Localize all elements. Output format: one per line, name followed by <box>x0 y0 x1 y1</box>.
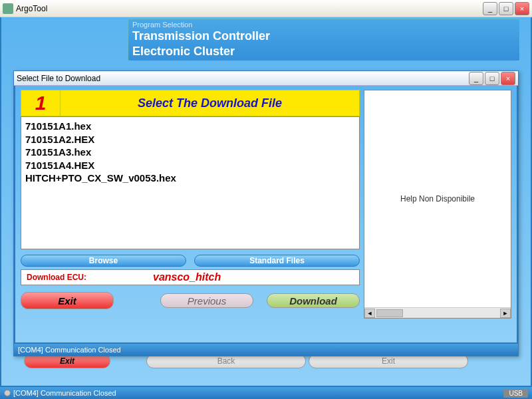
dialog-minimize-button[interactable]: _ <box>469 72 483 85</box>
dialog-body: 1 Select The Download File 710151A1.hex … <box>14 86 518 344</box>
main-titlebar: ArgoTool _ □ × <box>0 0 532 17</box>
app-title: ArgoTool <box>16 4 47 13</box>
dialog-exit-button[interactable]: Exit <box>21 292 114 309</box>
main-statusbar: [COM4] Communication Closed USB <box>0 387 532 399</box>
maximize-button[interactable]: □ <box>499 2 513 15</box>
file-item[interactable]: 710151A1.hex <box>25 120 355 133</box>
ecu-value: vansco_hitch <box>153 271 221 283</box>
download-dialog: Select File to Download _ □ × 1 Select T… <box>13 70 519 356</box>
ecu-row: Download ECU: vansco_hitch <box>21 269 360 285</box>
scroll-thumb[interactable] <box>376 309 403 317</box>
standard-files-button[interactable]: Standard Files <box>194 255 360 267</box>
file-item[interactable]: HITCH+PTO_CX_SW_v0053.hex <box>25 172 355 185</box>
scroll-left-icon[interactable]: ◄ <box>364 309 375 318</box>
program-option[interactable]: Electronic Cluster <box>132 44 515 59</box>
file-item[interactable]: 710151A4.HEX <box>25 159 355 172</box>
program-selection-panel: Program Selection Transmission Controlle… <box>128 19 520 61</box>
previous-button[interactable]: Previous <box>160 293 253 308</box>
dialog-close-button[interactable]: × <box>501 72 515 85</box>
status-dot-icon <box>4 390 11 396</box>
download-button[interactable]: Download <box>267 293 360 308</box>
minimize-button[interactable]: _ <box>483 2 497 15</box>
step-number: 1 <box>21 90 61 116</box>
program-selection-label: Program Selection <box>132 21 515 29</box>
usb-indicator: USB <box>503 389 528 398</box>
app-icon <box>3 3 13 14</box>
file-list[interactable]: 710151A1.hex 710151A2.HEX 710151A3.hex 7… <box>21 116 360 249</box>
browse-button[interactable]: Browse <box>21 255 186 267</box>
status-text: [COM4] Communication Closed <box>13 389 116 397</box>
help-pane: Help Non Disponibile ◄ ► <box>364 90 511 319</box>
file-item[interactable]: 710151A2.HEX <box>25 133 355 146</box>
step-title: Select The Download File <box>61 90 360 116</box>
dialog-maximize-button[interactable]: □ <box>485 72 499 85</box>
program-option[interactable]: Transmission Controller <box>132 29 515 44</box>
dialog-statusbar: [COM4] Communication Closed <box>14 344 518 356</box>
ecu-label: Download ECU: <box>27 273 86 282</box>
dialog-title: Select File to Download <box>17 74 100 83</box>
help-text: Help Non Disponibile <box>364 90 511 307</box>
dialog-titlebar: Select File to Download _ □ × <box>14 71 518 86</box>
help-scrollbar[interactable]: ◄ ► <box>364 307 511 318</box>
file-item[interactable]: 710151A3.hex <box>25 146 355 159</box>
close-button[interactable]: × <box>515 2 529 15</box>
dialog-status-text: [COM4] Communication Closed <box>18 346 121 354</box>
left-pane: 1 Select The Download File 710151A1.hex … <box>21 90 360 319</box>
scroll-right-icon[interactable]: ► <box>500 309 511 318</box>
